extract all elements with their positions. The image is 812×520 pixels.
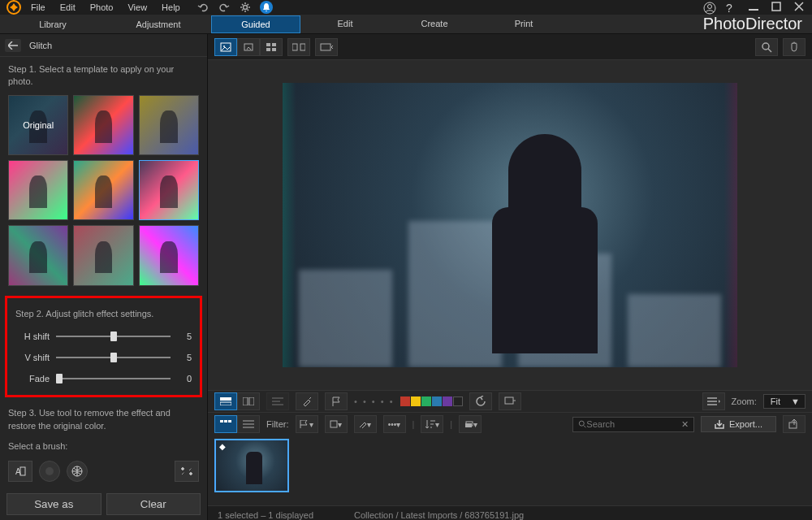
gear-icon[interactable] (239, 1, 252, 14)
svg-rect-16 (292, 44, 297, 50)
svg-rect-3 (749, 9, 758, 11)
svg-rect-23 (249, 397, 254, 405)
list-menu-icon[interactable] (702, 392, 725, 410)
template-2[interactable] (73, 95, 133, 155)
help-icon[interactable]: ? (726, 2, 737, 13)
menu-file[interactable]: File (31, 2, 45, 12)
status-selection: 1 selected – 1 displayed (218, 510, 313, 520)
stack-icon[interactable]: ▾ (459, 415, 482, 433)
redo-icon[interactable] (218, 1, 231, 14)
flag-icon[interactable] (325, 392, 348, 410)
pan-tool-icon[interactable] (783, 38, 806, 56)
template-original[interactable]: Original (8, 95, 68, 155)
viewer-toolbar (208, 34, 812, 60)
filter-more-icon[interactable]: •••▾ (383, 415, 406, 433)
main-area: • • • • • Zoom: Fit▼ Filter: ▾ (208, 34, 812, 520)
view-secondary-icon[interactable] (315, 38, 338, 56)
close-button[interactable] (794, 2, 806, 13)
account-icon[interactable] (703, 2, 715, 13)
svg-rect-21 (220, 402, 231, 405)
minimize-button[interactable] (749, 2, 760, 13)
browser-thumb-icon[interactable] (214, 415, 237, 433)
search-input[interactable] (586, 419, 681, 429)
canvas[interactable] (208, 60, 812, 390)
hshift-label: H shift (15, 332, 50, 341)
template-8[interactable] (73, 225, 133, 285)
view-single-icon[interactable] (214, 38, 237, 56)
brush-compare-tool[interactable] (175, 461, 199, 482)
color-labels[interactable] (400, 396, 463, 406)
svg-rect-28 (330, 421, 337, 427)
zoom-tool-icon[interactable] (755, 38, 778, 56)
template-9[interactable] (139, 225, 199, 285)
layout-vertical-icon[interactable] (237, 392, 260, 410)
crop-icon[interactable] (499, 392, 521, 410)
vshift-slider[interactable] (56, 357, 171, 358)
share-icon[interactable] (783, 415, 806, 433)
zoom-label: Zoom: (732, 396, 757, 406)
tab-edit[interactable]: Edit (300, 15, 390, 33)
filter-edit-icon[interactable]: ▾ (354, 415, 377, 433)
view-grid-icon[interactable] (260, 38, 283, 56)
template-grid: Original (8, 95, 199, 286)
undo-icon[interactable] (197, 1, 209, 14)
view-fit-icon[interactable] (237, 38, 260, 56)
svg-rect-17 (300, 44, 305, 50)
svg-point-19 (762, 43, 769, 50)
tab-print[interactable]: Print (479, 15, 568, 33)
tab-create[interactable]: Create (390, 15, 479, 33)
view-compare-icon[interactable] (287, 38, 310, 56)
brush-globe-tool[interactable] (67, 461, 88, 482)
svg-rect-12 (266, 43, 270, 46)
tab-guided[interactable]: Guided (211, 15, 300, 33)
template-5[interactable] (73, 160, 133, 220)
back-button[interactable] (5, 39, 21, 52)
menu-view[interactable]: View (127, 2, 147, 12)
export-button[interactable]: Export... (701, 416, 776, 432)
svg-rect-20 (220, 397, 231, 401)
browser-thumb-1[interactable]: ◆ (214, 439, 289, 492)
template-6[interactable] (139, 160, 199, 220)
align-icon[interactable] (266, 392, 289, 410)
save-as-button[interactable]: Save as (6, 493, 102, 515)
tag-icon: ◆ (219, 442, 226, 451)
menu-photo[interactable]: Photo (90, 2, 114, 12)
filter-label: Filter: (266, 419, 289, 429)
template-4[interactable] (8, 160, 68, 220)
statusbar: 1 selected – 1 displayed Collection / La… (208, 505, 812, 520)
vshift-label: V shift (15, 353, 50, 362)
notification-icon[interactable] (260, 1, 273, 14)
clear-button[interactable]: Clear (106, 493, 201, 515)
template-3[interactable] (139, 95, 199, 155)
template-7[interactable] (8, 225, 68, 285)
svg-rect-15 (272, 48, 276, 51)
filter-label-icon[interactable]: ▾ (325, 415, 348, 433)
fade-slider[interactable] (56, 378, 171, 379)
sort-icon[interactable]: ▾ (421, 415, 443, 433)
mode-adjustment[interactable]: Adjustment (106, 20, 211, 29)
rating-dots[interactable]: • • • • • (354, 396, 394, 406)
browser-list-icon[interactable] (237, 415, 260, 433)
titlebar: File Edit Photo View Help ? (0, 0, 812, 15)
maximize-button[interactable] (771, 2, 783, 13)
sidebar: Glitch Step 1. Select a template to appl… (0, 34, 208, 520)
menu-help[interactable]: Help (162, 2, 180, 12)
brush-icon[interactable] (296, 392, 318, 410)
search-box[interactable]: ✕ (572, 417, 694, 432)
search-clear-icon[interactable]: ✕ (681, 419, 689, 430)
brush-round-tool[interactable] (39, 461, 60, 482)
hshift-slider[interactable] (56, 336, 171, 337)
filter-flag-icon[interactable]: ▾ (296, 415, 318, 433)
mode-library[interactable]: Library (0, 20, 106, 29)
svg-rect-6 (20, 467, 25, 475)
rotate-icon[interactable] (469, 392, 492, 410)
brush-text-tool[interactable]: A (8, 461, 32, 482)
layout-horizontal-icon[interactable] (214, 392, 237, 410)
browser-toolbar: Filter: ▾ ▾ ▾ •••▾ | ▾ | ▾ ✕ Export... (208, 413, 812, 436)
zoom-select[interactable]: Fit▼ (763, 394, 806, 409)
step2-text: Step 2. Adjust glitch effect settings. (15, 308, 192, 320)
svg-rect-25 (220, 420, 223, 422)
menu-edit[interactable]: Edit (60, 2, 76, 12)
svg-rect-26 (224, 420, 227, 422)
step2-box: Step 2. Adjust glitch effect settings. H… (5, 296, 202, 397)
